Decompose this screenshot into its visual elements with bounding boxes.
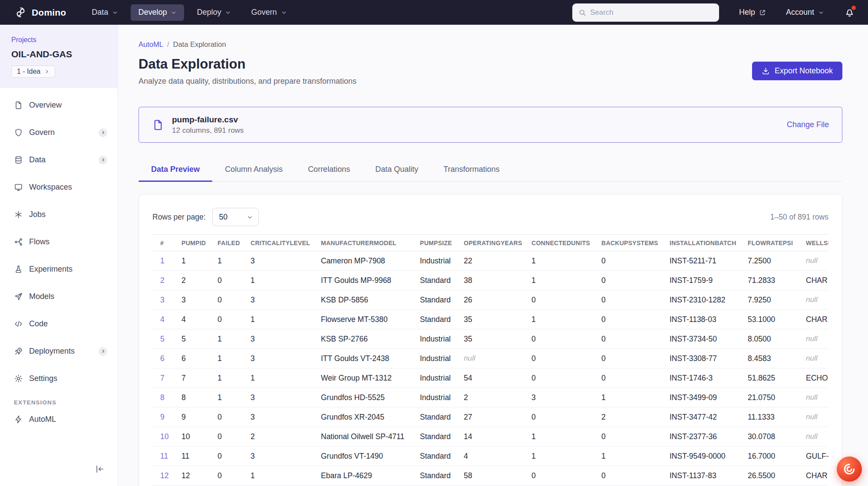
sidebar-item-label: Workspaces (29, 183, 72, 192)
nav-item-label: Deploy (197, 8, 221, 17)
rows-per-page-select[interactable]: 50 (212, 208, 259, 226)
sidebar-item-code[interactable]: Code (0, 310, 118, 338)
table-cell: CHAR (799, 271, 828, 290)
expand-chevron-icon[interactable] (99, 347, 107, 356)
assistant-button[interactable] (837, 456, 862, 482)
table-row: 1113Cameron MP-7908Industrial2210INST-52… (152, 251, 828, 271)
table-cell: 0 (524, 329, 594, 349)
column-header-wellsite: WELLSITE (799, 235, 828, 251)
sidebar-item-label: Code (29, 319, 48, 328)
sidebar-item-label: Jobs (29, 210, 46, 219)
nav-item-develop[interactable]: Develop (131, 4, 184, 21)
table-cell: 0 (210, 466, 243, 486)
table-cell: INST-3308-77 (662, 349, 740, 368)
table-cell: Industrial (413, 329, 456, 349)
table-cell: ITT Goulds VT-2438 (314, 349, 413, 368)
column-header-failed: FAILED (210, 235, 243, 251)
table-cell: 7.9250 (740, 290, 799, 310)
tab-transformations[interactable]: Transformations (431, 165, 512, 181)
help-button[interactable]: Help (739, 8, 766, 17)
table-cell: 5 (174, 329, 210, 349)
burst-icon (14, 210, 23, 219)
domino-logo-icon (15, 7, 26, 18)
table-cell: 26 (456, 290, 524, 310)
table-cell: Industrial (413, 349, 456, 368)
projects-link[interactable]: Projects (11, 36, 36, 44)
table-cell: 0 (524, 349, 594, 368)
sidebar-item-overview[interactable]: Overview (0, 92, 118, 119)
sidebar-item-label: Experiments (29, 265, 73, 274)
main-content: AutoML / Data Exploration Data Explorati… (118, 25, 868, 486)
table-cell: 51.8625 (740, 368, 799, 388)
table-cell: null (799, 329, 828, 349)
sidebar-item-flows[interactable]: Flows (0, 228, 118, 256)
sidebar-item-jobs[interactable]: Jobs (0, 201, 118, 228)
table-cell: 1 (174, 251, 210, 271)
search-input[interactable] (590, 8, 713, 17)
table-cell: 1 (524, 427, 594, 447)
send-icon (14, 292, 23, 301)
sidebar-item-experiments[interactable]: Experiments (0, 256, 118, 283)
table-cell: INST-9549-0000 (662, 447, 740, 466)
breadcrumb-parent-link[interactable]: AutoML (139, 40, 163, 49)
table-cell: 0 (594, 271, 662, 290)
table-cell: National Oilwell SP-4711 (314, 427, 413, 447)
table-cell: Standard (413, 427, 456, 447)
data-table: #PUMPIDFAILEDCRITICALITYLEVELMANUFACTURE… (152, 234, 828, 486)
column-header-installationbatch: INSTALLATIONBATCH (662, 235, 740, 251)
expand-chevron-icon[interactable] (99, 156, 107, 164)
tab-bar: Data PreviewColumn AnalysisCorrelationsD… (139, 165, 842, 182)
table-cell: INST-5211-71 (662, 251, 740, 271)
table-row: 6613ITT Goulds VT-2438Industrialnull00IN… (152, 349, 828, 368)
table-cell: null (799, 349, 828, 368)
global-search[interactable] (572, 3, 719, 22)
export-notebook-button[interactable]: Export Notebook (752, 62, 842, 80)
sidebar-item-settings[interactable]: Settings (0, 365, 118, 392)
navbar-right: Help Account (739, 7, 855, 18)
change-file-link[interactable]: Change File (787, 120, 829, 129)
table-cell: 9 (174, 407, 210, 427)
table-cell: KSB DP-5856 (314, 290, 413, 310)
export-notebook-label: Export Notebook (775, 66, 833, 76)
sidebar-item-models[interactable]: Models (0, 283, 118, 310)
help-label: Help (739, 8, 755, 17)
code-icon (14, 319, 23, 328)
domino-brand[interactable]: Domino (15, 7, 66, 18)
table-row: 121201Ebara LP-4629Standard5800INST-1137… (152, 466, 828, 486)
table-cell: 1 (524, 271, 594, 290)
table-cell: Weir Group MT-1312 (314, 368, 413, 388)
assistant-swirl-icon (842, 462, 856, 476)
table-cell: Ebara LP-4629 (314, 466, 413, 486)
collapse-sidebar-button[interactable] (95, 464, 105, 476)
rows-per-page-label: Rows per page: (152, 213, 206, 222)
table-cell: 0 (594, 368, 662, 388)
column-header-: # (152, 235, 174, 251)
table-cell: 12 (174, 466, 210, 486)
nav-item-data[interactable]: Data (84, 4, 125, 21)
column-header-manufacturermodel: MANUFACTURERMODEL (314, 235, 413, 251)
stage-pill[interactable]: 1 - Idea (11, 66, 55, 78)
tab-data-preview[interactable]: Data Preview (139, 165, 212, 181)
sidebar-item-automl[interactable]: AutoML (0, 406, 118, 433)
table-cell: 4 (152, 310, 174, 329)
table-cell: 6 (152, 349, 174, 368)
notifications-button[interactable] (844, 7, 855, 18)
sidebar-item-govern[interactable]: Govern (0, 119, 118, 146)
table-cell: 1 (524, 447, 594, 466)
rows-per-page-value: 50 (219, 213, 228, 222)
table-scroll-area[interactable]: #PUMPIDFAILEDCRITICALITYLEVELMANUFACTURE… (152, 234, 828, 486)
table-cell: 3 (243, 388, 314, 407)
expand-chevron-icon[interactable] (99, 128, 107, 137)
table-cell: 0 (594, 251, 662, 271)
nav-item-deploy[interactable]: Deploy (189, 4, 238, 21)
sidebar-item-label: Govern (29, 128, 55, 137)
tab-correlations[interactable]: Correlations (295, 165, 363, 181)
tab-column-analysis[interactable]: Column Analysis (212, 165, 295, 181)
sidebar-item-label: Flows (29, 237, 50, 246)
sidebar-item-data[interactable]: Data (0, 146, 118, 174)
tab-data-quality[interactable]: Data Quality (363, 165, 431, 181)
sidebar-item-deployments[interactable]: Deployments (0, 338, 118, 365)
nav-item-govern[interactable]: Govern (244, 4, 294, 21)
account-menu[interactable]: Account (786, 8, 824, 17)
sidebar-item-workspaces[interactable]: Workspaces (0, 174, 118, 201)
